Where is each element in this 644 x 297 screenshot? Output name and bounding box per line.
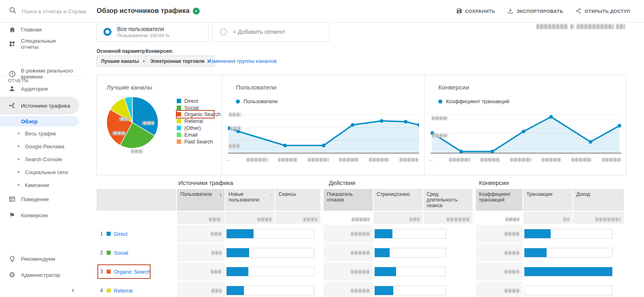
share-button[interactable]: ОТКРЫТЬ ДОСТУП (575, 8, 630, 15)
sidebar-collapse-icon[interactable]: ‹ (72, 285, 74, 295)
sidebar-item-audience[interactable]: Аудитория (0, 83, 73, 94)
x-axis-ellipsis: ... (429, 157, 433, 162)
sidebar: Главная Специальные отчеты ОТЧЕТЫ В режи… (0, 23, 85, 297)
sidebar-item-realtime[interactable]: В режиме реального времени (0, 62, 73, 85)
edit-channel-grouping-link[interactable]: Изменение группы каналов (207, 58, 277, 64)
legend-swatch (177, 139, 181, 144)
sidebar-item-google-ads[interactable]: ▾ Google Реклама (0, 141, 64, 152)
table-group-titles: Источники трафика Действия Конверсии (97, 179, 626, 189)
x-axis-ellipsis: ... (227, 157, 230, 162)
share-icon (575, 8, 582, 15)
search-box[interactable]: Поиск в отчетах и Справк (9, 6, 86, 16)
conversions-chart-legend: Коэффициент транзакций (438, 98, 509, 104)
header-dimension (97, 189, 176, 211)
panel-divider (424, 75, 425, 175)
charts-panel: Лучшие каналы Direct Social Organic Sear… (97, 75, 626, 175)
sidebar-item-behavior[interactable]: Поведение (0, 193, 73, 205)
header-revenue[interactable]: Доход▲ (573, 189, 624, 211)
bar-new-users (226, 229, 314, 239)
legend-item-direct[interactable]: Direct (177, 98, 221, 104)
table-header-row: Пользователи↓ Новые пользователи▲ Сеансы… (97, 189, 626, 211)
behavior-icon (8, 195, 16, 203)
group-title-behavior: Действия (329, 179, 355, 186)
legend-item-paid-search[interactable]: Paid Search (177, 138, 221, 145)
header-bounce-rate[interactable]: Показатель отказов▲ (324, 189, 373, 211)
verified-check-icon: ✓ (193, 8, 200, 15)
bar-pages-per-session (374, 229, 446, 239)
legend-item-other[interactable]: (Other) (177, 125, 221, 131)
sidebar-item-overview[interactable]: Обзор (0, 116, 79, 127)
channel-swatch (107, 232, 111, 236)
expand-arrow-icon: ▾ (18, 183, 23, 187)
search-icon (9, 6, 17, 16)
bar-new-users (226, 286, 314, 295)
sort-icon: ▲ (270, 192, 272, 197)
expand-arrow-icon: ▾ (18, 170, 23, 174)
pie-label-blur (112, 131, 125, 135)
channel-link-social[interactable]: Social (114, 250, 128, 256)
header-conv-rate[interactable]: Коэффициент транзакций▲ (476, 189, 522, 211)
segment-donut-gray-icon (219, 28, 227, 36)
y-axis-label-blur (432, 134, 448, 137)
gear-icon: ⚙ (8, 270, 16, 279)
sidebar-item-recommendations[interactable]: Рекомендуем (0, 253, 73, 264)
save-button[interactable]: СОХРАНИТЬ (456, 8, 495, 15)
ga-traffic-overview-page: Поиск в отчетах и Справк Обзор источнико… (0, 0, 644, 297)
lightbulb-icon (8, 255, 16, 262)
add-segment-button[interactable]: + Добавить сегмент (213, 22, 329, 42)
page-title: Обзор источников трафика ✓ (97, 7, 200, 15)
sidebar-item-home[interactable]: Главная (0, 23, 73, 35)
header-users[interactable]: Пользователи↓ (177, 189, 225, 211)
date-range-selector[interactable] (537, 24, 625, 29)
sidebar-item-admin[interactable]: ⚙ Администратор (0, 269, 73, 280)
sidebar-item-social[interactable]: ▾ Социальные сети (0, 167, 68, 177)
expand-arrow-icon: ▾ (18, 144, 23, 148)
sidebar-item-all-traffic[interactable]: ▾ Весь трафик (0, 128, 56, 139)
header-sessions[interactable]: Сеансы▲ (275, 189, 320, 211)
primary-dimension-label: Основной параметр: (97, 48, 147, 54)
segment-all-users[interactable]: Все пользователи Пользователи: 100,00 % (97, 22, 208, 42)
header-avg-duration[interactable]: Сред. длительность сеанса▲ (423, 189, 473, 211)
dropdown-arrow-icon: ▾ (143, 59, 145, 63)
bar-pages-per-session (374, 248, 446, 258)
header-pages-per-session[interactable]: Страниц/сеанс▲ (374, 189, 423, 211)
sidebar-item-conversions[interactable]: ⚑ Конверсии (0, 210, 73, 221)
sidebar-item-custom-reports[interactable]: Специальные отчеты (0, 35, 73, 52)
export-icon (507, 8, 514, 15)
channels-table: Источники трафика Действия Конверсии Пол… (97, 179, 626, 297)
home-icon (8, 26, 16, 33)
sidebar-item-search-console[interactable]: ▾ Search Console (0, 154, 62, 164)
bar-transactions (524, 286, 613, 295)
legend-item-email[interactable]: Email (177, 131, 221, 138)
export-button[interactable]: ЭКСПОРТИРОВАТЬ (507, 8, 563, 15)
sidebar-item-campaigns[interactable]: ▾ Кампании (0, 180, 49, 190)
bar-new-users (226, 267, 314, 276)
pie-legend: Direct Social Organic Search Referral (O… (177, 98, 221, 145)
users-chart-title: Пользователи (236, 84, 277, 91)
pie-label-blur (131, 150, 143, 153)
users-line-chart[interactable] (228, 108, 419, 157)
conversion-dropdown[interactable]: Электронная торговля ▾ (146, 56, 215, 66)
search-input[interactable]: Поиск в отчетах и Справк (22, 8, 86, 15)
sidebar-item-acquisition[interactable]: Источники трафика (0, 97, 79, 114)
bar-pages-per-session (374, 267, 446, 276)
legend-swatch (177, 133, 181, 137)
legend-swatch (177, 99, 181, 103)
conversion-label: Конверсия: (146, 48, 173, 54)
sort-icon: ▲ (518, 192, 520, 197)
table-summary-row (97, 212, 626, 224)
channel-link-referral[interactable]: Referral (114, 288, 132, 294)
primary-dimension-dropdown[interactable]: Лучшие каналы ▾ (97, 56, 149, 66)
panel-divider (222, 75, 222, 175)
header-new-users[interactable]: Новые пользователи▲ (225, 189, 275, 211)
legend-item-referral[interactable]: Referral (177, 118, 221, 125)
x-axis-ticks-blur (449, 158, 621, 162)
conversions-line-chart[interactable] (430, 108, 621, 157)
channel-swatch (107, 251, 111, 255)
channel-link-direct[interactable]: Direct (114, 231, 128, 237)
sort-icon: ▲ (619, 192, 622, 197)
bar-transactions (524, 248, 613, 258)
header-transactions[interactable]: Транзакции▲ (523, 189, 572, 211)
bar-new-users (226, 248, 314, 258)
legend-swatch (177, 119, 181, 123)
